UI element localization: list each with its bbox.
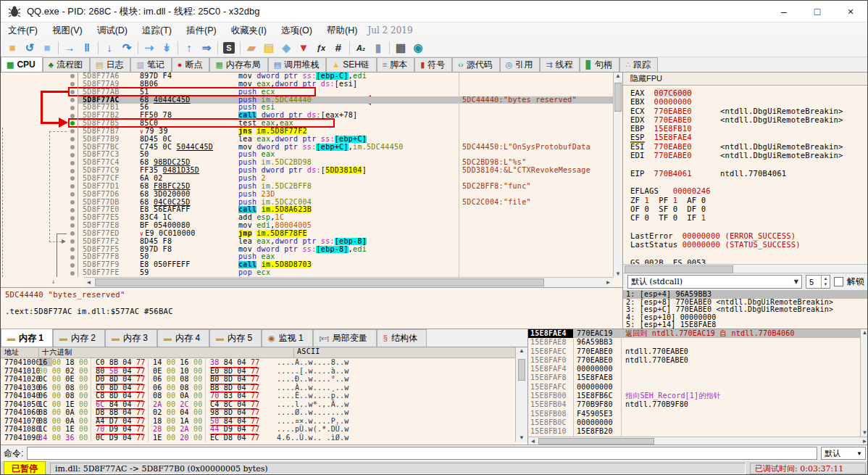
step-over-icon[interactable]: ↷ [118, 40, 135, 56]
memory-dump-panel[interactable]: 7704100016 00 18 00C0 8B 04 7714 00 16 0… [1, 358, 515, 442]
stack-argument-row[interactable]: 5: [esp+14] 15E8FAE8 [623, 321, 868, 329]
breakpoint-dot-icon[interactable] [67, 159, 78, 167]
register-list[interactable]: EAX 007C6000EBX 00000000ECX 770EABE0 <nt… [623, 86, 868, 264]
tab-源代码[interactable]: ‹›源代码 [452, 57, 499, 72]
tab-内存布局[interactable]: ▦内存布局 [209, 57, 267, 72]
tab-流程图[interactable]: ♣流程图 [43, 57, 90, 72]
unlock-checkbox[interactable] [834, 277, 843, 286]
spinner-arrows-icon[interactable]: ▲▼ [821, 276, 830, 288]
register-line[interactable]: EIP 770B4061 ntdll.770B4061 [630, 169, 868, 178]
bookmarks-icon[interactable]: ▼ [295, 40, 312, 56]
breakpoint-dot-icon[interactable] [67, 136, 78, 144]
register-line[interactable]: OF 0 SF 0 DF 0 [630, 205, 868, 213]
hide-fpu-button[interactable]: 隐藏FPU [623, 73, 868, 86]
breakpoint-dot-icon[interactable] [67, 167, 78, 175]
trace-over-icon[interactable]: ↡ [158, 40, 175, 56]
stack-row[interactable]: 15E8FB04770B9F80ntdll.770B9F80 [528, 400, 868, 409]
breakpoint-dot-icon[interactable] [67, 214, 78, 222]
memory-row[interactable]: 7704104006 00 08 00C8 8D 04 7708 00 0A 0… [1, 392, 515, 400]
tab-内存 3[interactable]: ▬内存 3 [105, 329, 157, 347]
register-line[interactable]: GS 002B FS 0053 [630, 258, 868, 264]
stack-vertical-scrollbar[interactable]: ▲ ▼ [860, 329, 868, 437]
command-history-select[interactable]: 默认 ▼ [821, 447, 866, 460]
breakpoint-dot-icon[interactable] [67, 104, 78, 112]
tab-笔记[interactable]: ▥笔记 [130, 57, 171, 72]
stack-panel[interactable]: 15E8FAE4770EAC19返回到 ntdll.770EAC19 自 ntd… [527, 329, 868, 445]
tab-内存 4[interactable]: ▬内存 4 [157, 329, 209, 347]
registers-horizontal-scrollbar[interactable] [623, 264, 868, 273]
stack-arguments-list[interactable]: 1: [esp+4] 96A59BB32: [esp+8] 770EABE0 <… [623, 290, 868, 329]
stack-row[interactable]: 15E8FAEC770EABE0ntdll.770EABE0 [528, 347, 868, 356]
tab-日志[interactable]: ▤日志 [90, 57, 130, 72]
arg-count-spinner[interactable]: 5 ▲▼ [806, 275, 830, 289]
menu-item[interactable]: 帮助(H) [320, 23, 364, 38]
stack-argument-row[interactable]: 1: [esp+4] 96A59BB3 [623, 291, 868, 299]
breakpoint-dot-icon[interactable] [67, 269, 78, 277]
tab-结构体[interactable]: §结构体 [377, 329, 427, 347]
scroll-down-arrow-icon[interactable]: ▼ [614, 270, 622, 277]
tab-内存 1[interactable]: ▬内存 1 [1, 329, 53, 347]
scroll-up-arrow-icon[interactable]: ▲ [614, 73, 622, 79]
register-line[interactable] [630, 222, 868, 231]
breakpoint-dot-icon[interactable] [67, 206, 78, 214]
close-button[interactable]: × [834, 1, 867, 22]
memory-vscroll-thumb[interactable] [518, 359, 525, 381]
stack-row[interactable]: 15E8FB1015E8FB20 [528, 427, 868, 436]
memory-vertical-scrollbar[interactable]: ▲ ▼ [515, 347, 527, 442]
disasm-hscroll-thumb[interactable] [95, 278, 544, 286]
disasm-row[interactable]: 5D8F77F28D45 F8lea eax,dword ptr ss:[ebp… [1, 238, 613, 246]
tab-引用[interactable]: ◎引用 [500, 57, 541, 72]
stack-row[interactable]: 15E8FB08F45905E3 [528, 410, 868, 418]
menu-item[interactable]: 文件(F) [1, 23, 45, 38]
stack-row[interactable]: 15E8FAE896A59BB3 [528, 338, 868, 347]
registers-hscroll-thumb[interactable] [625, 265, 733, 273]
command-input[interactable] [27, 447, 817, 460]
switch-window-icon[interactable]: S [220, 40, 238, 56]
breakpoint-dot-icon[interactable] [67, 238, 78, 246]
tab-断点[interactable]: ●断点 [172, 57, 210, 72]
memory-row[interactable]: 7704109034 00 36 000C D9 04 771E 00 20 0… [1, 434, 515, 442]
menu-item[interactable]: 选项(O) [274, 23, 320, 38]
breakpoint-dot-icon[interactable] [67, 73, 78, 80]
breakpoint-dot-icon[interactable] [67, 246, 78, 254]
scroll-up-arrow-icon[interactable]: ▲ [516, 347, 527, 354]
tab-线程[interactable]: ⇉线程 [540, 57, 580, 72]
breakpoint-dot-icon[interactable] [67, 253, 78, 261]
labels-icon[interactable]: ◈ [277, 40, 295, 56]
menu-item[interactable]: 调试(D) [90, 23, 135, 38]
register-line[interactable]: ECX 770EABE0 <ntdll.DbgUiRemoteBreakin> [630, 107, 868, 115]
scroll-up-arrow-icon[interactable]: ▲ [861, 329, 868, 336]
stack-row[interactable]: 15E8FAF400000000 [528, 365, 868, 373]
disasm-row[interactable]: 5D8F77D668 3D020000push 23D [1, 191, 613, 199]
stack-rows[interactable]: 15E8FAE4770EAC19返回到 ntdll.770EAC19 自 ntd… [528, 329, 868, 437]
run-icon[interactable]: → [61, 40, 78, 56]
register-line[interactable]: EBP 15E8FB10 [630, 124, 868, 133]
strings-icon[interactable]: A₂ [352, 40, 370, 56]
disassembly-panel[interactable]: 5D8F77A6897D F4mov dword ptr ss:[ebp-C],… [1, 73, 613, 277]
register-line[interactable]: LastError 00000000 (ERROR_SUCCESS) [630, 231, 868, 240]
breakpoint-dot-icon[interactable] [67, 191, 78, 199]
breakpoint-dot-icon[interactable] [67, 222, 78, 230]
memory-row[interactable]: 770410801C 00 1E 0070 D9 04 7728 00 2A 0… [1, 425, 515, 434]
disasm-row[interactable]: 5D8F77B98D45 0Clea eax,dword ptr ss:[ebp… [1, 136, 613, 144]
breakpoint-dot-icon[interactable] [67, 88, 78, 96]
execute-till-return-icon[interactable]: ↑ [180, 40, 198, 56]
tab-内存 2[interactable]: ▬内存 2 [53, 329, 105, 347]
register-line[interactable]: EBX 00000000 [630, 97, 868, 106]
memory-row[interactable]: 770410200C 00 0E 00D0 8D 04 7706 00 08 0… [1, 375, 515, 384]
tab-监视 1[interactable]: ◉监视 1 [262, 329, 313, 347]
breakpoint-dot-icon[interactable] [67, 151, 78, 159]
tab-调用堆栈[interactable]: ▤调用堆栈 [268, 57, 326, 72]
register-line[interactable]: EFLAGS 00000246 [630, 186, 868, 195]
scroll-left-arrow-icon[interactable]: ◄ [84, 278, 93, 287]
patches-icon[interactable]: ▰ [243, 40, 260, 56]
run-to-user-code-icon[interactable]: ⇒ [198, 40, 215, 56]
scroll-down-arrow-icon[interactable]: ▼ [516, 434, 527, 441]
register-line[interactable]: EAX 007C6000 [630, 88, 868, 97]
functions-icon[interactable]: ƒx [312, 40, 330, 56]
scroll-right-arrow-icon[interactable]: ► [604, 278, 613, 287]
tab-句柄[interactable]: ▊句柄 [580, 57, 619, 72]
register-line[interactable]: ESP 15E8FAE4 [630, 133, 868, 141]
tab-脚本[interactable]: ≡脚本 [377, 57, 414, 72]
calling-convention-select[interactable]: 默认 (stdcall) ▼ [627, 275, 802, 289]
